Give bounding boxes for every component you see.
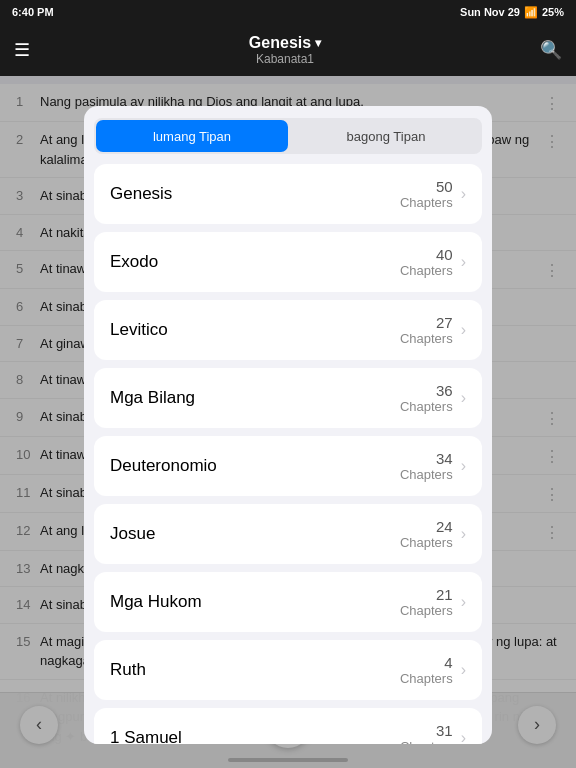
book-chapters: 36Chapters (400, 382, 453, 414)
book-name: Mga Bilang (110, 388, 195, 408)
book-right: 50Chapters› (400, 178, 466, 210)
book-chapters-count: 50 (400, 178, 453, 195)
book-chapters-label: Chapters (400, 331, 453, 346)
book-chapters: 24Chapters (400, 518, 453, 550)
book-name: Exodo (110, 252, 158, 272)
book-name: Josue (110, 524, 155, 544)
book-chapters: 4Chapters (400, 654, 453, 686)
status-date: Sun Nov 29 (460, 6, 520, 18)
book-chapters: 21Chapters (400, 586, 453, 618)
books-modal: lumang Tipan bagong Tipan Genesis50Chapt… (84, 106, 492, 744)
book-right: 27Chapters› (400, 314, 466, 346)
book-chapters-count: 40 (400, 246, 453, 263)
book-chapters: 34Chapters (400, 450, 453, 482)
top-nav: ☰ Genesis ▾ Kabanata1 🔍 (0, 24, 576, 76)
book-card[interactable]: Exodo40Chapters› (94, 232, 482, 292)
book-chapters: 40Chapters (400, 246, 453, 278)
status-time: 6:40 PM (12, 6, 54, 18)
nav-subtitle: Kabanata1 (30, 52, 540, 66)
book-chapters-count: 24 (400, 518, 453, 535)
book-name: Deuteronomio (110, 456, 217, 476)
book-card[interactable]: Josue24Chapters› (94, 504, 482, 564)
book-chapters-count: 27 (400, 314, 453, 331)
book-right: 36Chapters› (400, 382, 466, 414)
book-name: Genesis (110, 184, 172, 204)
book-right: 34Chapters› (400, 450, 466, 482)
nav-center: Genesis ▾ Kabanata1 (30, 34, 540, 66)
book-chapters-label: Chapters (400, 535, 453, 550)
segment-old-testament[interactable]: lumang Tipan (96, 120, 288, 152)
book-card[interactable]: Ruth4Chapters› (94, 640, 482, 700)
book-chapters-label: Chapters (400, 195, 453, 210)
book-chapters-count: 31 (400, 722, 453, 739)
book-chapters-label: Chapters (400, 603, 453, 618)
segment-control: lumang Tipan bagong Tipan (94, 118, 482, 154)
chevron-right-icon: › (461, 321, 466, 339)
book-chapters-label: Chapters (400, 671, 453, 686)
book-name: 1 Samuel (110, 728, 182, 744)
book-chapters-label: Chapters (400, 399, 453, 414)
chevron-right-icon: › (461, 389, 466, 407)
book-card[interactable]: Mga Bilang36Chapters› (94, 368, 482, 428)
nav-title-text: Genesis (249, 34, 311, 52)
book-right: 24Chapters› (400, 518, 466, 550)
book-chapters-count: 34 (400, 450, 453, 467)
book-chapters-label: Chapters (400, 467, 453, 482)
chevron-right-icon: › (461, 729, 466, 744)
book-chapters: 31Chapters (400, 722, 453, 744)
search-button[interactable]: 🔍 (540, 39, 562, 61)
book-chapters-label: Chapters (400, 263, 453, 278)
dropdown-icon: ▾ (315, 36, 321, 50)
book-card[interactable]: Levitico27Chapters› (94, 300, 482, 360)
book-chapters-count: 4 (400, 654, 453, 671)
book-chapters-count: 36 (400, 382, 453, 399)
book-chapters: 27Chapters (400, 314, 453, 346)
segment-new-testament[interactable]: bagong Tipan (290, 118, 482, 154)
chevron-right-icon: › (461, 593, 466, 611)
book-right: 21Chapters› (400, 586, 466, 618)
wifi-icon: 📶 (524, 6, 538, 19)
book-chapters: 50Chapters (400, 178, 453, 210)
status-right: Sun Nov 29 📶 25% (460, 6, 564, 19)
book-name: Levitico (110, 320, 168, 340)
book-card[interactable]: Deuteronomio34Chapters› (94, 436, 482, 496)
nav-title-row[interactable]: Genesis ▾ (30, 34, 540, 52)
chevron-right-icon: › (461, 185, 466, 203)
main-content: 1Nang pasimula ay nilikha ng Dios ang la… (0, 76, 576, 768)
book-right: 40Chapters› (400, 246, 466, 278)
books-list: Genesis50Chapters›Exodo40Chapters›Leviti… (84, 164, 492, 744)
book-card[interactable]: Genesis50Chapters› (94, 164, 482, 224)
chevron-right-icon: › (461, 457, 466, 475)
book-chapters-count: 21 (400, 586, 453, 603)
menu-button[interactable]: ☰ (14, 39, 30, 61)
book-right: 4Chapters› (400, 654, 466, 686)
book-name: Ruth (110, 660, 146, 680)
chevron-right-icon: › (461, 661, 466, 679)
book-card[interactable]: 1 Samuel31Chapters› (94, 708, 482, 744)
book-card[interactable]: Mga Hukom21Chapters› (94, 572, 482, 632)
chevron-right-icon: › (461, 525, 466, 543)
chevron-right-icon: › (461, 253, 466, 271)
battery-icon: 25% (542, 6, 564, 18)
book-right: 31Chapters› (400, 722, 466, 744)
book-chapters-label: Chapters (400, 739, 453, 744)
book-name: Mga Hukom (110, 592, 202, 612)
status-bar: 6:40 PM Sun Nov 29 📶 25% (0, 0, 576, 24)
